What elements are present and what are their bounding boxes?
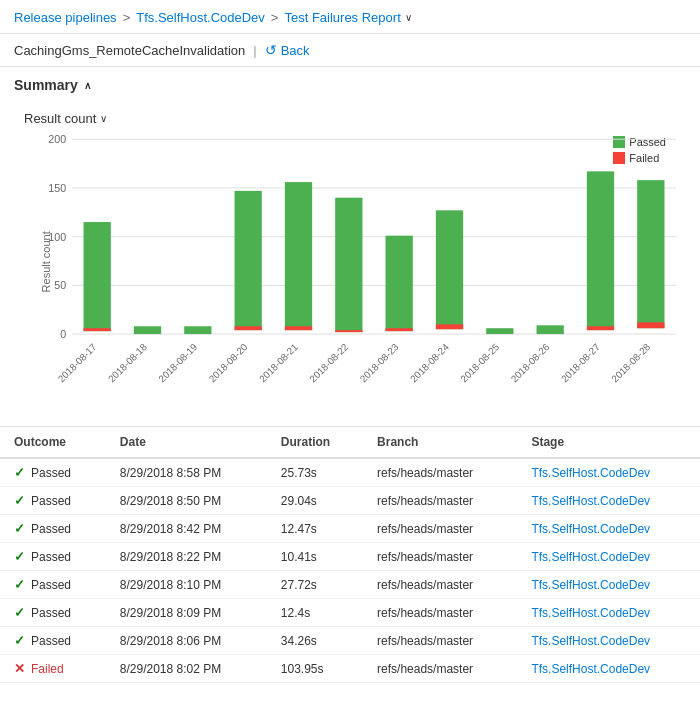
svg-rect-11 (84, 328, 111, 331)
outcome-cell: ✓ Passed (0, 627, 106, 655)
branch-cell: refs/heads/master (363, 627, 517, 655)
pipeline-name: CachingGms_RemoteCacheInvalidation (14, 43, 245, 58)
summary-label: Summary (14, 77, 78, 93)
stage-cell: Tfs.SelfHost.CodeDev (517, 599, 700, 627)
sep1: > (123, 10, 131, 25)
outcome-cell: ✓ Passed (0, 571, 106, 599)
date-cell: 8/29/2018 8:09 PM (106, 599, 267, 627)
svg-text:2018-08-23: 2018-08-23 (358, 341, 401, 384)
y-axis-label: Result count (40, 252, 52, 292)
pass-icon: ✓ (14, 521, 25, 536)
outcome-cell: ✓ Passed (0, 487, 106, 515)
duration-cell: 10.41s (267, 543, 363, 571)
col-outcome: Outcome (0, 427, 106, 458)
stage-cell: Tfs.SelfHost.CodeDev (517, 571, 700, 599)
svg-text:2018-08-21: 2018-08-21 (257, 341, 300, 384)
svg-text:0: 0 (60, 328, 66, 340)
stage-cell: Tfs.SelfHost.CodeDev (517, 627, 700, 655)
fail-icon: ✕ (14, 661, 25, 676)
breadcrumb-link-1[interactable]: Release pipelines (14, 10, 117, 25)
svg-text:50: 50 (54, 279, 66, 291)
table-row[interactable]: ✓ Passed 8/29/2018 8:06 PM 34.26s refs/h… (0, 627, 700, 655)
table-row[interactable]: ✕ Failed 8/29/2018 8:02 PM 103.95s refs/… (0, 655, 700, 683)
date-cell: 8/29/2018 8:02 PM (106, 655, 267, 683)
svg-rect-34 (537, 325, 564, 334)
svg-rect-24 (335, 330, 362, 332)
breadcrumb-link-3[interactable]: Test Failures Report (284, 10, 400, 25)
svg-rect-30 (436, 324, 463, 329)
summary-section: Summary ∧ Result count ∨ PassedFailed Re… (0, 67, 700, 427)
outcome-label: Passed (31, 494, 71, 508)
stage-cell: Tfs.SelfHost.CodeDev (517, 515, 700, 543)
chart-dropdown-arrow: ∨ (100, 113, 107, 124)
outcome-label: Failed (31, 662, 64, 676)
outcome-cell: ✓ Passed (0, 515, 106, 543)
stage-cell: Tfs.SelfHost.CodeDev (517, 458, 700, 487)
table-row[interactable]: ✓ Passed 8/29/2018 8:09 PM 12.4s refs/he… (0, 599, 700, 627)
duration-cell: 12.47s (267, 515, 363, 543)
results-table: Outcome Date Duration Branch Stage ✓ Pas… (0, 427, 700, 683)
table-row[interactable]: ✓ Passed 8/29/2018 8:50 PM 29.04s refs/h… (0, 487, 700, 515)
pipe-separator: | (253, 43, 256, 58)
svg-text:150: 150 (48, 182, 66, 194)
svg-rect-23 (335, 198, 362, 332)
svg-rect-40 (637, 322, 664, 328)
outcome-cell: ✓ Passed (0, 458, 106, 487)
svg-rect-37 (587, 326, 614, 330)
branch-cell: refs/heads/master (363, 655, 517, 683)
col-stage: Stage (517, 427, 700, 458)
back-button[interactable]: ↺ Back (265, 42, 310, 58)
summary-header[interactable]: Summary ∧ (14, 77, 686, 93)
pass-icon: ✓ (14, 465, 25, 480)
svg-text:2018-08-27: 2018-08-27 (559, 341, 602, 384)
svg-rect-10 (84, 222, 111, 331)
duration-cell: 27.72s (267, 571, 363, 599)
table-header-row: Outcome Date Duration Branch Stage (0, 427, 700, 458)
back-label: Back (281, 43, 310, 58)
breadcrumb: Release pipelines > Tfs.SelfHost.CodeDev… (0, 0, 700, 34)
outcome-label: Passed (31, 578, 71, 592)
svg-rect-29 (436, 210, 463, 329)
svg-text:2018-08-22: 2018-08-22 (307, 341, 350, 384)
branch-cell: refs/heads/master (363, 543, 517, 571)
table-row[interactable]: ✓ Passed 8/29/2018 8:10 PM 27.72s refs/h… (0, 571, 700, 599)
svg-rect-20 (285, 182, 312, 330)
table-body: ✓ Passed 8/29/2018 8:58 PM 25.73s refs/h… (0, 458, 700, 683)
duration-cell: 103.95s (267, 655, 363, 683)
pass-icon: ✓ (14, 633, 25, 648)
table-row[interactable]: ✓ Passed 8/29/2018 8:58 PM 25.73s refs/h… (0, 458, 700, 487)
svg-text:2018-08-18: 2018-08-18 (106, 341, 149, 384)
chart-title-text: Result count (24, 111, 96, 126)
table-row[interactable]: ✓ Passed 8/29/2018 8:22 PM 10.41s refs/h… (0, 543, 700, 571)
date-cell: 8/29/2018 8:50 PM (106, 487, 267, 515)
table-section: Outcome Date Duration Branch Stage ✓ Pas… (0, 427, 700, 683)
svg-rect-32 (486, 328, 513, 334)
duration-cell: 12.4s (267, 599, 363, 627)
duration-cell: 34.26s (267, 627, 363, 655)
breadcrumb-chevron: ∨ (405, 12, 412, 23)
svg-text:2018-08-17: 2018-08-17 (56, 341, 99, 384)
col-duration: Duration (267, 427, 363, 458)
chart-title[interactable]: Result count ∨ (24, 111, 676, 126)
svg-text:2018-08-26: 2018-08-26 (509, 341, 552, 384)
svg-rect-15 (184, 326, 211, 334)
svg-rect-21 (285, 326, 312, 330)
table-row[interactable]: ✓ Passed 8/29/2018 8:42 PM 12.47s refs/h… (0, 515, 700, 543)
duration-cell: 29.04s (267, 487, 363, 515)
outcome-label: Passed (31, 634, 71, 648)
col-branch: Branch (363, 427, 517, 458)
pass-icon: ✓ (14, 493, 25, 508)
summary-caret: ∧ (84, 80, 91, 91)
branch-cell: refs/heads/master (363, 599, 517, 627)
sep2: > (271, 10, 279, 25)
svg-text:2018-08-20: 2018-08-20 (207, 341, 250, 384)
duration-cell: 25.73s (267, 458, 363, 487)
chart-container: Result count ∨ PassedFailed Result count… (14, 101, 686, 416)
breadcrumb-link-2[interactable]: Tfs.SelfHost.CodeDev (136, 10, 265, 25)
svg-text:2018-08-25: 2018-08-25 (458, 341, 501, 384)
svg-rect-36 (587, 171, 614, 330)
svg-text:2018-08-19: 2018-08-19 (156, 341, 199, 384)
pass-icon: ✓ (14, 605, 25, 620)
date-cell: 8/29/2018 8:10 PM (106, 571, 267, 599)
col-date: Date (106, 427, 267, 458)
